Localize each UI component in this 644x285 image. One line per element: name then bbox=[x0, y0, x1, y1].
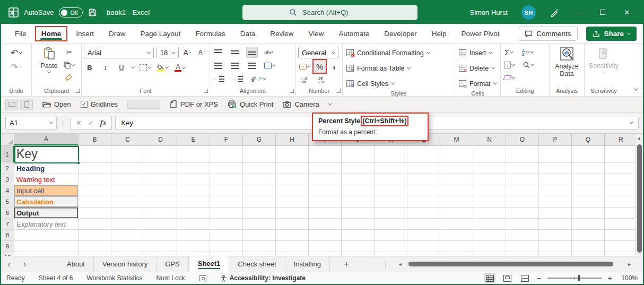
cell-A1[interactable]: Key bbox=[14, 146, 79, 162]
analyze-data-button[interactable]: Analyze Data bbox=[550, 46, 584, 85]
column-header-B[interactable]: B bbox=[79, 134, 111, 145]
cut-button[interactable]: ✂ bbox=[63, 47, 75, 58]
cell-styles-button[interactable]: ✎ Cell Styles bbox=[345, 77, 452, 90]
row-header-1[interactable]: 1 bbox=[1, 146, 14, 162]
format-cells-button[interactable]: ▭ Format bbox=[457, 77, 498, 90]
collapse-ribbon-icon[interactable] bbox=[634, 86, 638, 90]
bold-button[interactable]: B bbox=[84, 62, 95, 73]
new-sheet-button[interactable]: + bbox=[344, 259, 349, 270]
workbook-statistics-button[interactable]: Workbook Statistics bbox=[86, 274, 142, 282]
horizontal-scroll-thumb[interactable] bbox=[408, 262, 613, 266]
column-header-P[interactable]: P bbox=[539, 134, 572, 145]
format-as-table-button[interactable]: ✎ Format as Table bbox=[345, 62, 452, 75]
empty-cells-row-3[interactable] bbox=[79, 174, 643, 185]
sheet-nav-right-icon[interactable]: › bbox=[17, 260, 33, 269]
underline-dropdown-icon[interactable] bbox=[131, 65, 135, 69]
number-format-combobox[interactable]: General bbox=[298, 47, 338, 58]
tab-home[interactable]: Home bbox=[35, 26, 68, 41]
user-name[interactable]: Simon Hurst bbox=[469, 8, 508, 16]
sheet-tab-gps[interactable]: GPS bbox=[156, 256, 188, 272]
tab-file[interactable]: File bbox=[8, 26, 33, 41]
qat-overflow-icon[interactable] bbox=[328, 102, 332, 106]
row-header-4[interactable]: 4 bbox=[1, 185, 14, 196]
fill-color-button[interactable] bbox=[156, 62, 169, 73]
sheet-tab-installing[interactable]: Installing bbox=[285, 256, 330, 272]
cancel-entry-icon[interactable]: ✕ bbox=[76, 119, 82, 127]
pdf-or-xps-button[interactable]: PDF or XPS bbox=[170, 100, 218, 108]
zoom-in-button[interactable]: + bbox=[608, 274, 612, 282]
align-right-button[interactable] bbox=[246, 60, 258, 71]
wrap-text-button[interactable]: ab↵ bbox=[263, 47, 275, 58]
font-color-button[interactable]: A bbox=[173, 62, 186, 73]
share-button[interactable]: Share bbox=[586, 27, 637, 41]
search-box[interactable]: Search (Alt+Q) bbox=[242, 5, 417, 20]
zoom-slider[interactable] bbox=[547, 278, 602, 279]
cell-A3[interactable]: Warning text bbox=[14, 174, 79, 185]
empty-cells-row-6[interactable] bbox=[79, 208, 643, 218]
clipboard-dialog-launcher[interactable] bbox=[76, 89, 80, 93]
sheet-nav-left-icon[interactable]: ‹ bbox=[1, 260, 17, 269]
align-left-button[interactable] bbox=[212, 60, 224, 71]
bottom-align-button[interactable] bbox=[246, 47, 258, 58]
sensitivity-button[interactable]: Sensitivity bbox=[586, 46, 622, 85]
borders-button[interactable] bbox=[138, 62, 152, 73]
conditional-formatting-button[interactable]: ▦ Conditional Formatting bbox=[345, 46, 452, 59]
feedback-pen-icon[interactable] bbox=[550, 8, 559, 18]
row-header-6[interactable]: 6 bbox=[1, 208, 14, 218]
accounting-format-button[interactable]: ¤ bbox=[298, 61, 311, 72]
copy-button[interactable] bbox=[63, 59, 75, 71]
gridlines-checkbox[interactable]: ✓ Gridlines bbox=[81, 100, 118, 108]
font-dialog-launcher[interactable] bbox=[204, 89, 208, 93]
tab-view[interactable]: View bbox=[302, 26, 330, 41]
cell-A2[interactable]: Heading bbox=[14, 163, 79, 174]
middle-align-button[interactable] bbox=[229, 47, 241, 58]
cell-A5[interactable]: Calculation bbox=[14, 196, 79, 207]
cell-A10[interactable] bbox=[14, 252, 79, 256]
column-header-O[interactable]: O bbox=[506, 134, 539, 145]
column-header-M[interactable]: M bbox=[440, 134, 473, 145]
sheet-tab-version-history[interactable]: Version history bbox=[94, 256, 156, 272]
accessibility-status[interactable]: Accessibility: Investigate bbox=[220, 274, 306, 282]
column-header-C[interactable]: C bbox=[111, 134, 144, 145]
tab-power-pivot[interactable]: Power Pivot bbox=[455, 26, 506, 41]
maximize-button[interactable] bbox=[597, 8, 608, 16]
row-header-5[interactable]: 5 bbox=[1, 196, 14, 207]
font-name-combobox[interactable]: Arial bbox=[84, 47, 154, 58]
row-header-10[interactable]: 10 bbox=[1, 252, 14, 256]
name-box[interactable]: A1 bbox=[5, 117, 57, 129]
macro-record-icon[interactable] bbox=[199, 275, 206, 281]
sort-filter-button[interactable]: AZ▽ bbox=[521, 47, 534, 58]
decrease-indent-button[interactable]: ← bbox=[212, 73, 225, 84]
scroll-up-icon[interactable]: ▲ bbox=[636, 136, 643, 141]
column-header-A[interactable]: A bbox=[14, 134, 79, 145]
row-header-2[interactable]: 2 bbox=[1, 163, 14, 174]
grow-font-button[interactable]: A^ bbox=[181, 47, 193, 58]
view-page-layout-button[interactable] bbox=[502, 273, 513, 283]
empty-cells-row-5[interactable] bbox=[79, 196, 643, 207]
row-header-9[interactable]: 9 bbox=[1, 241, 14, 252]
empty-cells-row-10[interactable] bbox=[79, 252, 643, 256]
tab-data[interactable]: Data bbox=[234, 26, 262, 41]
empty-cells-row-8[interactable] bbox=[79, 230, 643, 240]
column-header-D[interactable]: D bbox=[144, 134, 177, 145]
camera-button[interactable]: Camera bbox=[283, 100, 319, 108]
empty-cells-row-4[interactable] bbox=[79, 185, 643, 196]
clear-button[interactable] bbox=[503, 72, 516, 83]
save-icon[interactable] bbox=[88, 8, 97, 17]
autosum-button[interactable]: Σ bbox=[503, 47, 515, 58]
undo-button[interactable]: ↶ bbox=[10, 47, 23, 58]
tab-draw[interactable]: Draw bbox=[102, 26, 132, 41]
tab-insert[interactable]: Insert bbox=[69, 26, 100, 41]
tab-review[interactable]: Review bbox=[264, 26, 300, 41]
comma-style-button[interactable]: , bbox=[328, 61, 340, 72]
column-header-G[interactable]: G bbox=[243, 134, 276, 145]
empty-cells-row-1[interactable] bbox=[79, 146, 643, 162]
italic-button[interactable]: I bbox=[100, 62, 111, 73]
autosave-toggle[interactable]: Off bbox=[59, 7, 82, 18]
alignment-dialog-launcher[interactable] bbox=[290, 89, 294, 93]
increase-indent-button[interactable]: → bbox=[231, 73, 244, 84]
view-page-break-button[interactable] bbox=[519, 273, 530, 283]
insert-function-button[interactable]: fx bbox=[100, 119, 107, 127]
hscroll-left-icon[interactable]: ◂ bbox=[399, 261, 402, 267]
cell-A8[interactable] bbox=[14, 230, 79, 240]
